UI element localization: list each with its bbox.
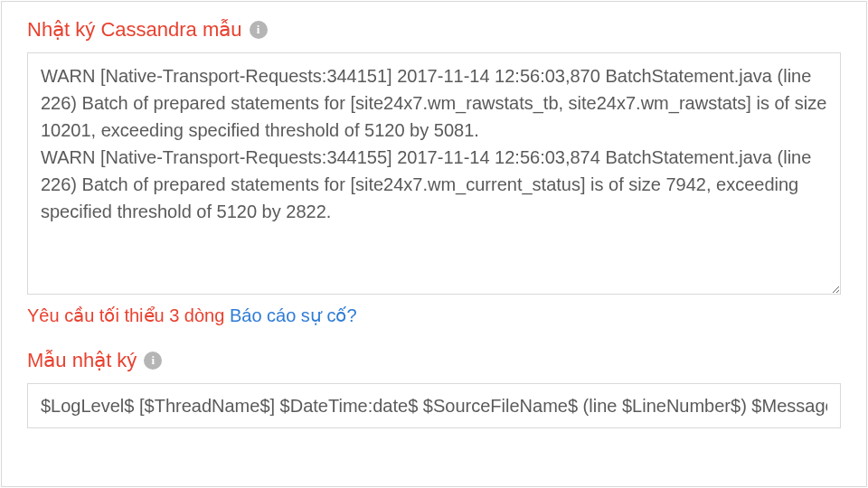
info-icon[interactable]: i: [144, 352, 162, 370]
info-icon[interactable]: i: [250, 21, 268, 39]
sample-log-textarea[interactable]: WARN [Native-Transport-Requests:344151] …: [27, 52, 841, 295]
form-panel: Nhật ký Cassandra mẫu i WARN [Native-Tra…: [1, 1, 867, 487]
pattern-input[interactable]: [27, 383, 841, 428]
sample-log-label-text: Nhật ký Cassandra mẫu: [27, 18, 242, 42]
sample-log-label: Nhật ký Cassandra mẫu i: [27, 18, 841, 42]
spacer: [27, 329, 841, 349]
pattern-label-text: Mẫu nhật ký: [27, 349, 137, 372]
min-lines-hint: Yêu cầu tối thiểu 3 dòng: [27, 305, 224, 325]
hint-row: Yêu cầu tối thiểu 3 dòng Báo cáo sự cố?: [27, 302, 841, 329]
report-issue-link[interactable]: Báo cáo sự cố?: [230, 305, 357, 325]
pattern-label: Mẫu nhật ký i: [27, 349, 841, 372]
